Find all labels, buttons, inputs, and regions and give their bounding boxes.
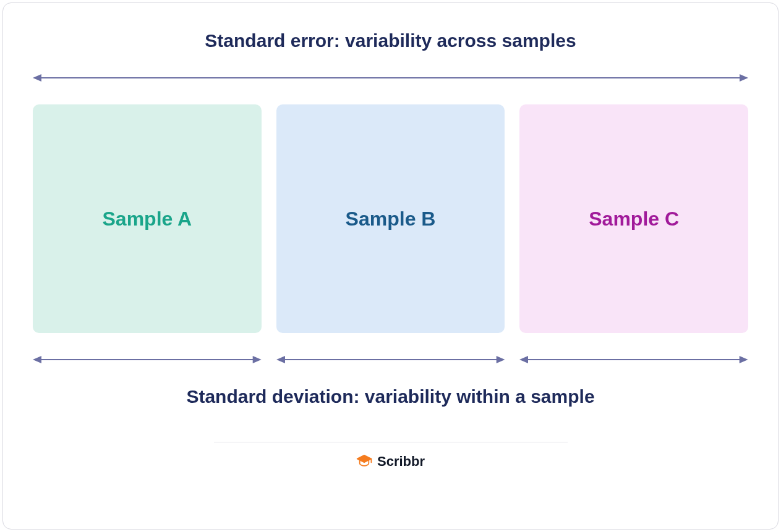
svg-marker-4 <box>33 356 41 363</box>
brand: Scribbr <box>356 452 425 471</box>
within-sample-arrow-a <box>33 354 262 365</box>
sample-box-a: Sample A <box>33 104 262 333</box>
svg-marker-2 <box>740 74 748 82</box>
footer-divider <box>214 442 568 442</box>
standard-deviation-heading: Standard deviation: variability within a… <box>186 386 594 407</box>
within-sample-arrow-c <box>519 354 748 365</box>
sample-b-label: Sample B <box>346 208 436 230</box>
standard-error-heading: Standard error: variability across sampl… <box>205 30 576 51</box>
brand-name: Scribbr <box>377 454 425 470</box>
samples-row: Sample A Sample B Sample C <box>33 104 748 333</box>
within-sample-arrows-row <box>33 354 748 365</box>
across-samples-arrow <box>33 72 748 83</box>
sample-box-c: Sample C <box>519 104 748 333</box>
graduation-cap-icon <box>356 452 372 471</box>
diagram-frame: Standard error: variability across sampl… <box>2 2 779 530</box>
sample-c-label: Sample C <box>589 208 679 230</box>
svg-marker-1 <box>33 74 41 82</box>
svg-marker-11 <box>740 356 748 363</box>
within-sample-arrow-b <box>276 354 505 365</box>
svg-marker-8 <box>496 356 505 363</box>
svg-marker-7 <box>276 356 285 363</box>
svg-marker-5 <box>253 356 262 363</box>
footer: Scribbr <box>214 442 568 471</box>
sample-box-b: Sample B <box>276 104 505 333</box>
sample-a-label: Sample A <box>103 208 192 230</box>
svg-marker-10 <box>519 356 528 363</box>
